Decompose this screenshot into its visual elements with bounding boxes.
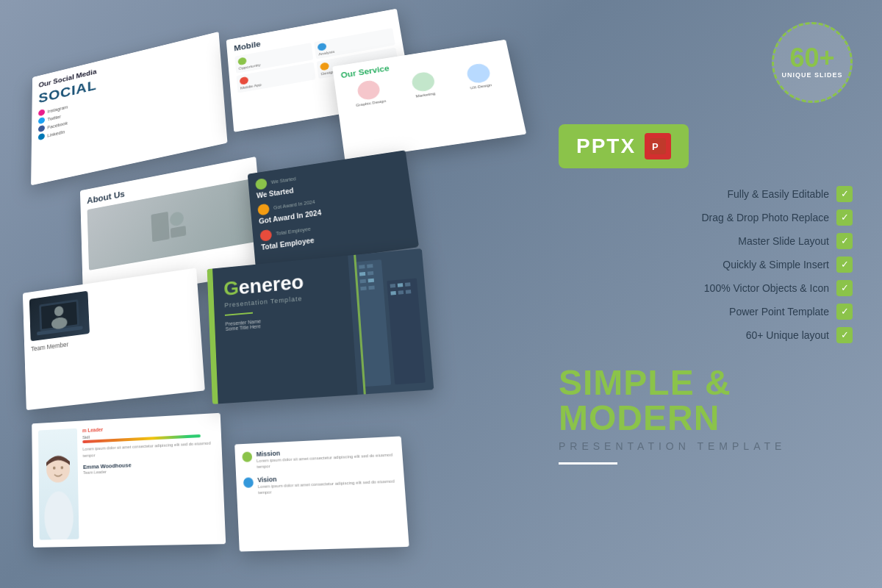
service-item-graphic: Graphic Design <box>342 77 397 109</box>
mission-dot <box>242 451 252 462</box>
svg-rect-2 <box>171 226 187 238</box>
svg-rect-0 <box>151 212 169 242</box>
facebook-dot <box>38 125 45 132</box>
svg-point-27 <box>44 491 74 540</box>
vision-content: Vision Lorem ipsum dolor sit amet consec… <box>257 470 398 496</box>
feature-label-6: 60+ Unique layout <box>746 329 829 341</box>
feature-item-2: Master Slide Layout ✓ <box>559 233 853 249</box>
slide-hero: Genereo Presentation Template Presenter … <box>207 248 434 404</box>
mobile-icon-2 <box>318 43 327 51</box>
pptx-badge: PPTX P <box>559 124 689 168</box>
features-list: Fully & Easily Editable ✓ Drag & Drop Ph… <box>559 186 853 343</box>
feature-check-1: ✓ <box>836 209 853 226</box>
stats-icon-2 <box>257 204 270 216</box>
svg-rect-17 <box>390 291 396 295</box>
linkedin-dot <box>38 133 45 141</box>
service-item-ux: UX-Design <box>451 60 508 93</box>
pptx-label: PPTX <box>576 135 636 158</box>
svg-rect-7 <box>367 264 373 268</box>
mobile-icon-3 <box>240 76 249 85</box>
building-svg <box>348 248 434 395</box>
vision-dot <box>243 477 254 488</box>
feature-label-5: Power Point Template <box>729 306 829 318</box>
feature-item-5: Power Point Template ✓ <box>559 304 853 320</box>
mission-content: Mission Lorem ipsum dolor sit amet conse… <box>256 444 395 470</box>
feature-check-6: ✓ <box>836 327 853 343</box>
hero-divider <box>225 312 253 316</box>
feature-check-3: ✓ <box>836 257 853 273</box>
feature-label-2: Master Slide Layout <box>738 235 829 247</box>
feature-check-2: ✓ <box>836 233 853 249</box>
slide-mission: Mission Lorem ipsum dolor sit amet conse… <box>234 436 409 551</box>
svg-rect-8 <box>359 272 365 276</box>
feature-item-1: Drag & Drop Photo Replace ✓ <box>559 209 853 226</box>
svg-text:P: P <box>652 141 659 152</box>
main-title: SIMPLE & MODERN <box>559 365 853 436</box>
feature-label-1: Drag & Drop Photo Replace <box>701 212 829 223</box>
service-circle-1 <box>356 79 381 101</box>
leader-info: m Leader Skill Lorem ipsum dolor sit ame… <box>82 421 218 539</box>
svg-rect-19 <box>406 290 412 294</box>
slide-leader: m Leader Skill Lorem ipsum dolor sit ame… <box>32 413 226 548</box>
svg-rect-16 <box>405 282 411 287</box>
instagram-dot <box>38 109 45 116</box>
leader-description: Lorem ipsum dolor sit amet consectetur a… <box>82 440 215 459</box>
mission-item: Mission Lorem ipsum dolor sit amet conse… <box>242 444 395 471</box>
feature-item-3: Quickly & Simple Insert ✓ <box>559 257 853 273</box>
service-circle-3 <box>465 62 491 85</box>
feature-label-0: Fully & Easily Editable <box>727 188 829 200</box>
feature-item-0: Fully & Easily Editable ✓ <box>559 186 853 202</box>
svg-rect-13 <box>368 286 374 290</box>
badge-number: 60+ <box>789 45 834 71</box>
slides-count-badge: 60+ UNIQUE SLIDES <box>772 22 853 103</box>
svg-rect-15 <box>398 283 404 287</box>
feature-item-6: 60+ Unique layout ✓ <box>559 327 853 343</box>
feature-check-0: ✓ <box>836 186 853 202</box>
mobile-icon-4 <box>320 62 329 71</box>
stats-icon-3 <box>259 229 272 242</box>
svg-rect-18 <box>398 290 404 295</box>
title-divider <box>559 462 617 465</box>
feature-label-3: Quickly & Simple Insert <box>723 259 829 270</box>
right-panel: 60+ UNIQUE SLIDES PPTX P Fully & Easily … <box>529 0 882 588</box>
service-circle-2 <box>411 71 436 93</box>
svg-rect-14 <box>390 284 396 288</box>
slide-laptop: Team Member <box>23 268 205 410</box>
feature-label-4: 100% Victor Objects & Icon <box>704 282 829 294</box>
svg-rect-12 <box>360 287 366 291</box>
feature-item-4: 100% Victor Objects & Icon ✓ <box>559 280 853 296</box>
svg-rect-6 <box>359 265 365 269</box>
service-item-marketing: Marketing <box>396 68 452 101</box>
stats-icon-1 <box>255 178 268 190</box>
slides-area: Our Social Media SOCIAL Instagram Twitte… <box>0 0 529 588</box>
leader-photo <box>38 429 79 540</box>
laptop-image <box>29 291 90 342</box>
badge-label: UNIQUE SLIDES <box>781 71 842 80</box>
svg-point-1 <box>170 211 184 227</box>
svg-rect-10 <box>360 279 366 284</box>
twitter-dot <box>38 117 45 124</box>
pptx-icon: P <box>645 133 671 159</box>
feature-check-4: ✓ <box>836 280 853 296</box>
svg-rect-11 <box>368 279 374 283</box>
svg-rect-9 <box>368 271 373 276</box>
vision-item: Vision Lorem ipsum dolor sit amet consec… <box>243 470 398 497</box>
slide-social-media: Our Social Media SOCIAL Instagram Twitte… <box>31 32 227 185</box>
sub-title: PRESENTATION TEMPLATE <box>559 440 853 452</box>
feature-check-5: ✓ <box>836 304 853 320</box>
mobile-icon-1 <box>237 57 246 65</box>
